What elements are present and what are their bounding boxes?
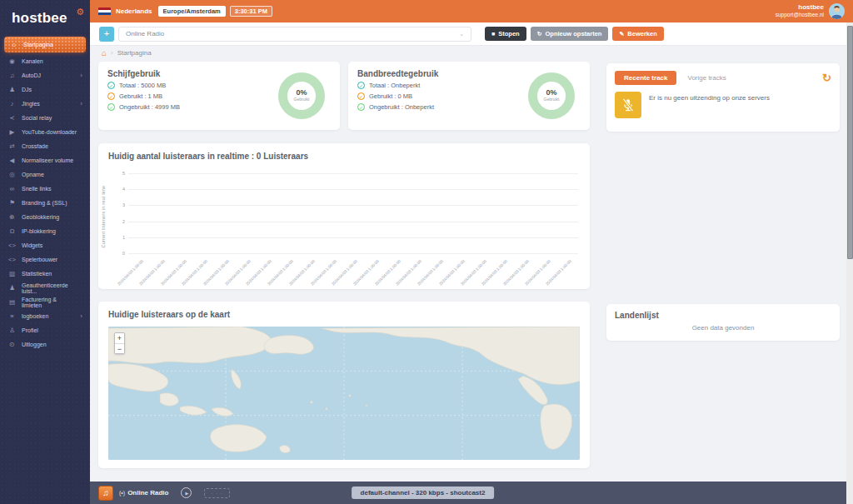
home-icon: ⌂ — [9, 41, 18, 48]
edit-icon: ✎ — [619, 31, 624, 37]
sidebar-item[interactable]: ♫ AutoDJ › — [0, 68, 90, 82]
sidebar-item[interactable]: ♟ Geauthenticeerde luist... — [0, 281, 90, 295]
sidebar-item-label: Branding & (SSL) — [22, 200, 67, 206]
usage-row-text: Ongebruikt : 4999 MB — [119, 103, 180, 111]
gear-icon[interactable]: ⚙ — [76, 7, 84, 17]
world-map-graphic — [108, 327, 580, 460]
refresh-icon[interactable]: ↻ — [822, 72, 831, 83]
sidebar-item[interactable]: ⚑ Branding & (SSL) — [0, 196, 90, 210]
sidebar-item[interactable]: ♟ DJs — [0, 82, 90, 97]
sidebar-item[interactable]: ⊕ Geoblokkering — [0, 210, 90, 224]
sidebar-item[interactable]: <> Spelerbouwer — [0, 252, 90, 267]
netherlands-flag-icon — [98, 7, 111, 16]
chart-plot-area: 5 4 3 2 1 — [128, 173, 578, 254]
music-note-icon: ♫ — [98, 486, 113, 501]
power-icon: ⊙ — [7, 341, 17, 348]
sidebar-item-label: Uitloggen — [22, 342, 47, 347]
track-tabs: Recente track Vorige tracks ↻ — [615, 71, 831, 85]
sidebar-item[interactable]: ♙ Profiel — [0, 323, 90, 337]
listeners-map-card: Huidige luisteraars op de kaart + − — [98, 302, 590, 468]
sidebar-item[interactable]: ≡ logboeken › — [0, 309, 90, 323]
sidebar-nav: ⌂ Startpagina ◉ Kanalen ♫ AutoDJ › — [0, 37, 90, 352]
sidebar-item[interactable]: ≺ Social relay — [0, 111, 90, 125]
sidebar-item-label: Startpagina — [23, 42, 53, 47]
sidebar-item[interactable]: ⊙ Uitloggen — [0, 337, 90, 352]
stream-status-indicator[interactable]: · · · — [204, 488, 229, 498]
tab-recent-track[interactable]: Recente track — [615, 71, 676, 85]
track-body: Er is nu geen uitzending op onze servers — [615, 92, 831, 118]
station-select[interactable]: Online Radio ⌄ — [118, 27, 471, 42]
sidebar-item-label: Geoblokkering — [22, 214, 59, 220]
edit-button[interactable]: ✎ Bewerken — [612, 27, 663, 41]
sidebar-item-label: Profiel — [22, 327, 38, 333]
sidebar-item-label: AutoDJ — [22, 72, 41, 78]
avatar[interactable] — [829, 3, 845, 19]
world-map[interactable]: + − — [108, 327, 580, 460]
sidebar-item[interactable]: ▶ YouTube-downloader — [0, 125, 90, 139]
lock-icon: Ω — [7, 227, 17, 235]
donut-label: Gebruikt — [294, 97, 310, 102]
restart-button[interactable]: ↻ Opnieuw opstarten — [531, 27, 609, 41]
share-icon: ≺ — [7, 114, 17, 122]
usage-row-text: Gebruikt : 1 MB — [119, 92, 162, 100]
sidebar-item[interactable]: Ω IP-blokkering — [0, 224, 90, 238]
sidebar-item[interactable]: ⇄ Crossfade — [0, 139, 90, 153]
sidebar-item[interactable]: ♪ Jingles › — [0, 97, 90, 111]
tab-previous-tracks[interactable]: Vorige tracks — [687, 74, 726, 82]
video-icon: ▶ — [7, 128, 17, 136]
language-selector[interactable]: Nederlands — [116, 7, 152, 15]
chart-y-tick: 2 — [117, 219, 125, 224]
listeners-chart-title: Huidig aantal luisteraars in realtime : … — [108, 152, 580, 161]
sidebar-item[interactable]: ▥ Statistieken — [0, 267, 90, 281]
zoom-out-button[interactable]: − — [115, 343, 124, 353]
chart-y-tick: 5 — [117, 171, 125, 176]
account-area[interactable]: hostbee support@hostbee.nl — [776, 3, 845, 19]
chevron-right-icon: › — [80, 72, 82, 79]
sidebar-item-label: IP-blokkering — [22, 228, 56, 234]
sidebar-item[interactable]: ⌂ Startpagina — [4, 37, 86, 52]
chevron-right-icon: › — [80, 312, 82, 320]
station-toolbar: + Online Radio ⌄ ■ Stopen ↻ Opnieuw opst… — [90, 22, 846, 46]
play-button[interactable]: ▶ — [181, 487, 192, 498]
listeners-chart-card: Huidig aantal luisteraars in realtime : … — [98, 143, 590, 289]
chart-y-tick: 0 — [117, 251, 125, 256]
channel-info-badge: default-channel - 320 kbps - shoutcast2 — [352, 487, 495, 499]
chart-gridline: 4 — [128, 189, 578, 190]
check-circle-icon: ✓ — [107, 92, 115, 100]
stop-button[interactable]: ■ Stopen — [485, 27, 526, 41]
no-broadcast-message: Er is nu geen uitzending op onze servers — [649, 94, 770, 118]
users-icon: ♟ — [7, 284, 17, 292]
chart-y-tick: 3 — [117, 202, 125, 207]
brand-logo: hostbee — [12, 10, 67, 26]
users-icon: ♟ — [7, 86, 17, 93]
home-icon[interactable]: ⌂ — [102, 48, 107, 57]
sidebar-item-label: Statistieken — [22, 271, 52, 277]
check-circle-icon: ✓ — [107, 82, 115, 89]
check-circle-icon: ✓ — [357, 103, 365, 111]
sidebar-item-label: Jingles — [22, 101, 40, 107]
server-action-buttons: ■ Stopen ↻ Opnieuw opstarten ✎ Bewerken — [485, 27, 664, 41]
recent-track-card: Recente track Vorige tracks ↻ Er is nu g… — [606, 63, 840, 132]
sidebar-item-label: Opname — [22, 172, 44, 177]
timezone-badge[interactable]: Europe/Amsterdam — [158, 6, 226, 17]
check-circle-icon: ✓ — [107, 103, 115, 111]
sidebar-item-label: Snelle links — [22, 186, 51, 192]
sidebar-item[interactable]: ▤ Facturering & limieten — [0, 295, 90, 309]
sidebar-item[interactable]: ∞ Snelle links — [0, 182, 90, 196]
sidebar-item[interactable]: ◎ Opname — [0, 167, 90, 182]
muted-microphone-icon — [615, 92, 641, 118]
sidebar-item-label: Crossfade — [22, 143, 48, 149]
check-circle-icon: ✓ — [357, 92, 365, 100]
usage-row-text: Totaal : 5000 MB — [119, 82, 166, 89]
speaker-icon: ◀ — [7, 157, 17, 164]
sidebar-item[interactable]: ◉ Kanalen — [0, 54, 90, 68]
sidebar-item-label: DJs — [22, 87, 32, 92]
sidebar-item[interactable]: <> Widgets — [0, 238, 90, 252]
sidebar-item[interactable]: ◀ Normaliseer volume — [0, 153, 90, 167]
stop-icon: ■ — [491, 31, 495, 37]
usage-row-text: Ongebruikt : Onbeperkt — [369, 103, 434, 111]
scrollbar-thumb[interactable] — [847, 26, 853, 259]
add-station-button[interactable]: + — [99, 27, 114, 42]
bandwidth-usage-card: Bandbreedtegebruik ✓ Totaal : Onbeperkt … — [348, 62, 590, 130]
zoom-in-button[interactable]: + — [115, 333, 124, 343]
